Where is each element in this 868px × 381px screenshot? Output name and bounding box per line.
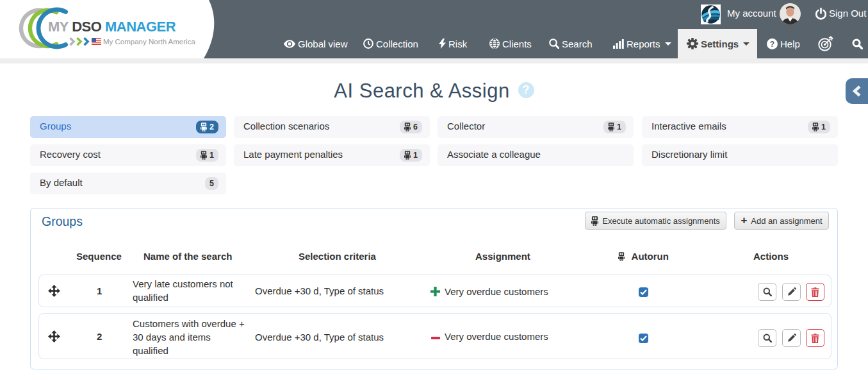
svg-text:?: ? xyxy=(770,39,774,48)
